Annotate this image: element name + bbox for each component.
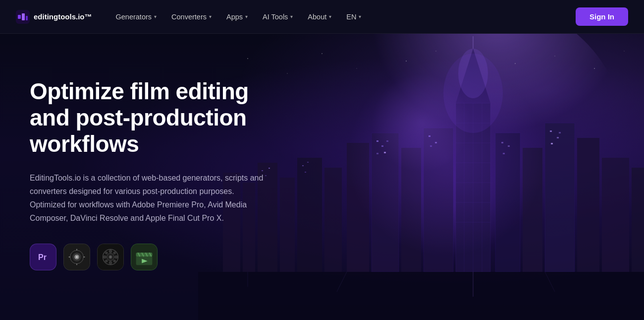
finalcut-icon — [131, 244, 157, 270]
app-icons-row: Pr — [30, 244, 268, 270]
svg-rect-11 — [324, 168, 342, 272]
nav-items: Generators ▾ Converters ▾ Apps ▾ AI Tool… — [110, 10, 368, 24]
svg-point-96 — [105, 252, 107, 255]
davinci-icon — [64, 244, 90, 270]
svg-rect-51 — [384, 152, 386, 153]
svg-rect-59 — [557, 137, 559, 138]
app-icon-avid[interactable] — [97, 244, 124, 270]
svg-rect-31 — [495, 133, 520, 272]
svg-rect-60 — [551, 143, 553, 144]
sign-in-button[interactable]: Sign In — [576, 7, 628, 26]
svg-rect-49 — [386, 140, 388, 142]
logo-icon — [16, 10, 30, 24]
svg-point-70 — [356, 68, 357, 68]
svg-rect-10 — [297, 158, 322, 272]
svg-point-95 — [115, 256, 118, 259]
app-icon-premiere[interactable]: Pr — [30, 244, 56, 270]
svg-point-75 — [594, 68, 595, 69]
hero-content: Optimize film editing and post-productio… — [0, 34, 297, 315]
nav-converters[interactable]: Converters ▾ — [165, 10, 217, 24]
svg-rect-15 — [424, 128, 453, 272]
svg-point-99 — [105, 260, 107, 262]
svg-rect-44 — [302, 165, 304, 166]
chevron-down-icon: ▾ — [290, 14, 293, 19]
svg-rect-61 — [559, 132, 561, 133]
svg-point-71 — [406, 61, 407, 62]
svg-rect-3 — [26, 16, 28, 20]
app-icon-davinci[interactable] — [63, 244, 90, 270]
svg-rect-34 — [577, 138, 599, 272]
nav-left: editingtools.io™ Generators ▾ Converters… — [16, 10, 367, 24]
app-icon-finalcut[interactable] — [131, 244, 158, 270]
premiere-icon: Pr — [35, 249, 51, 265]
chevron-down-icon: ▾ — [154, 14, 157, 19]
svg-point-72 — [435, 51, 436, 52]
svg-text:Pr: Pr — [38, 253, 47, 261]
svg-rect-14 — [401, 148, 421, 272]
svg-point-92 — [109, 250, 112, 253]
hero-title: Optimize film editing and post-productio… — [30, 78, 268, 157]
svg-point-69 — [322, 53, 322, 54]
svg-rect-47 — [376, 140, 378, 142]
navigation: editingtools.io™ Generators ▾ Converters… — [0, 0, 644, 34]
svg-rect-53 — [435, 142, 437, 143]
svg-rect-56 — [508, 145, 510, 147]
svg-point-91 — [109, 256, 112, 259]
logo-text: editingtools.io™ — [34, 12, 92, 21]
svg-point-74 — [554, 56, 555, 57]
chevron-down-icon: ▾ — [245, 14, 248, 19]
svg-rect-55 — [501, 142, 503, 143]
hero-description: EditingTools.io is a collection of web-b… — [30, 171, 268, 225]
nav-apps[interactable]: Apps ▾ — [220, 10, 254, 24]
svg-rect-2 — [22, 13, 25, 20]
svg-rect-48 — [381, 145, 383, 147]
nav-language-label: EN — [346, 13, 356, 21]
nav-language[interactable]: EN ▾ — [340, 10, 367, 24]
svg-rect-46 — [305, 172, 306, 173]
svg-rect-36 — [632, 168, 644, 272]
svg-rect-33 — [545, 123, 575, 272]
svg-point-76 — [624, 51, 624, 51]
svg-rect-35 — [602, 158, 629, 272]
svg-point-83 — [76, 256, 78, 258]
chevron-down-icon: ▾ — [359, 14, 361, 19]
svg-rect-1 — [18, 15, 21, 19]
nav-converters-label: Converters — [171, 13, 207, 21]
hero-section: Optimize film editing and post-productio… — [0, 34, 644, 320]
svg-rect-52 — [429, 135, 430, 137]
svg-point-30 — [458, 49, 488, 98]
nav-ai-tools[interactable]: AI Tools ▾ — [257, 10, 299, 24]
svg-rect-58 — [550, 130, 552, 132]
logo[interactable]: editingtools.io™ — [16, 10, 92, 24]
nav-about[interactable]: About ▾ — [302, 10, 337, 24]
avid-icon — [98, 244, 123, 270]
svg-rect-54 — [430, 145, 432, 147]
svg-point-98 — [113, 252, 116, 255]
svg-point-93 — [109, 261, 112, 264]
nav-generators[interactable]: Generators ▾ — [110, 10, 163, 24]
chevron-down-icon: ▾ — [329, 14, 331, 19]
svg-rect-57 — [503, 153, 505, 154]
nav-generators-label: Generators — [116, 13, 152, 21]
svg-rect-50 — [376, 153, 378, 154]
svg-rect-13 — [372, 133, 399, 272]
nav-apps-label: Apps — [226, 13, 243, 21]
svg-rect-32 — [523, 148, 542, 272]
svg-point-94 — [104, 256, 107, 259]
nav-about-label: About — [308, 13, 326, 21]
chevron-down-icon: ▾ — [209, 14, 212, 19]
svg-point-97 — [113, 260, 116, 262]
svg-rect-12 — [347, 143, 369, 272]
nav-ai-tools-label: AI Tools — [263, 13, 288, 21]
svg-rect-45 — [307, 162, 309, 163]
svg-point-73 — [515, 63, 516, 64]
